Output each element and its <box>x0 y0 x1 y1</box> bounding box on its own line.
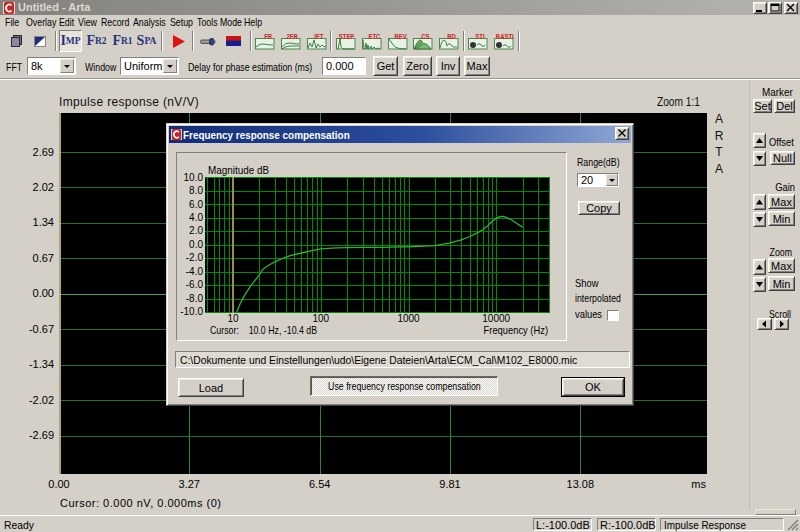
svg-text:REV: REV <box>394 33 407 40</box>
svg-text:FR: FR <box>264 33 272 40</box>
svg-text:2FR: 2FR <box>287 33 299 40</box>
svg-text:IFT: IFT <box>314 33 323 40</box>
svg-text:ETC: ETC <box>368 33 380 40</box>
svg-text:BD: BD <box>447 33 456 40</box>
svg-text:RASTI: RASTI <box>496 33 514 40</box>
svg-text:STEP: STEP <box>339 33 355 40</box>
svg-text:STI: STI <box>475 33 485 40</box>
svg-text:CS: CS <box>421 33 429 40</box>
